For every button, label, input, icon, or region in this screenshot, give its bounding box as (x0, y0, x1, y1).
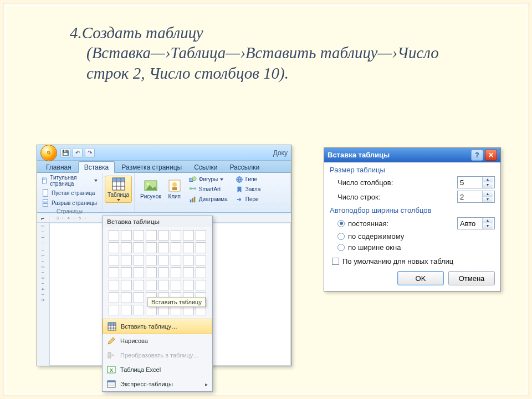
grid-cell[interactable] (121, 292, 131, 303)
menu-quick-tables[interactable]: Экспресс-таблицы ▸ (103, 377, 212, 391)
grid-cell[interactable] (171, 230, 181, 241)
radio-fixed-width[interactable]: постоянная: ▲▼ (337, 217, 495, 229)
tab-references[interactable]: Ссылки (188, 162, 223, 172)
grid-cell[interactable] (183, 242, 193, 253)
grid-cell[interactable] (183, 255, 193, 265)
grid-cell[interactable] (158, 230, 169, 241)
menu-excel-table[interactable]: X Таблица Excel (103, 362, 212, 377)
tab-mailings[interactable]: Рассылки (224, 162, 265, 172)
svg-rect-11 (112, 178, 125, 181)
menu-insert-table[interactable]: Вставить таблицу… (103, 319, 212, 334)
menu-draw-table[interactable]: Нарисова (103, 334, 212, 348)
grid-cell[interactable] (196, 242, 206, 253)
grid-cell[interactable] (196, 267, 206, 278)
crossref-button[interactable]: Пере (234, 195, 262, 204)
help-button[interactable]: ? (471, 150, 483, 161)
spin-down-icon[interactable]: ▼ (483, 182, 493, 188)
chart-button[interactable]: Диаграмма (188, 195, 229, 204)
save-icon[interactable]: 💾 (60, 148, 70, 158)
grid-cell[interactable] (121, 305, 131, 315)
grid-cell[interactable] (121, 230, 131, 241)
svg-rect-4 (43, 204, 48, 206)
rows-spinner[interactable]: ▲▼ (457, 191, 495, 203)
picture-button[interactable]: Рисунок (138, 178, 163, 201)
columns-spinner[interactable]: ▲▼ (457, 176, 495, 188)
grid-cell[interactable] (121, 267, 131, 278)
chevron-right-icon: ▸ (205, 381, 208, 387)
grid-cell[interactable] (196, 230, 206, 241)
grid-cell[interactable] (158, 280, 169, 290)
grid-cell[interactable] (183, 230, 193, 241)
fixed-width-spinner[interactable]: ▲▼ (457, 217, 495, 229)
grid-cell[interactable] (183, 267, 193, 278)
grid-cell[interactable] (158, 242, 169, 253)
grid-cell[interactable] (158, 267, 169, 278)
table-button[interactable]: Таблица (105, 176, 132, 203)
grid-cell[interactable] (109, 230, 119, 241)
convert-icon (107, 351, 116, 360)
grid-cell[interactable] (109, 292, 119, 303)
grid-cell[interactable] (109, 267, 119, 278)
grid-cell[interactable] (109, 305, 119, 315)
close-button[interactable]: ✕ (485, 150, 497, 161)
grid-cell[interactable] (171, 242, 181, 253)
grid-cell[interactable] (171, 255, 181, 265)
tab-home[interactable]: Главная (40, 162, 77, 172)
grid-cell[interactable] (121, 280, 131, 290)
cancel-button[interactable]: Отмена (448, 271, 495, 285)
grid-cell[interactable] (134, 292, 144, 303)
page-break-button[interactable]: Разрыв страницы (40, 198, 98, 207)
rows-input[interactable] (458, 193, 482, 201)
fixed-width-input[interactable] (458, 219, 482, 228)
columns-input[interactable] (458, 178, 482, 187)
grid-cell[interactable] (134, 267, 144, 278)
grid-cell[interactable] (109, 280, 119, 290)
spin-down-icon[interactable]: ▼ (483, 223, 493, 229)
spin-up-icon[interactable]: ▲ (483, 218, 493, 223)
remember-checkbox[interactable]: По умолчанию для новых таблиц (332, 257, 495, 265)
grid-cell[interactable] (134, 305, 144, 315)
grid-cell[interactable] (146, 230, 156, 241)
columns-label: Число столбцов: (337, 178, 457, 187)
bookmark-button[interactable]: Закла (234, 185, 262, 194)
grid-cell[interactable] (171, 267, 181, 278)
grid-cell[interactable] (134, 242, 144, 253)
grid-cell[interactable] (146, 280, 156, 290)
grid-cell[interactable] (134, 255, 144, 265)
grid-cell[interactable] (196, 255, 206, 265)
grid-cell[interactable] (146, 267, 156, 278)
dialog-title: Вставка таблицы (328, 151, 469, 159)
grid-cell[interactable] (158, 255, 169, 265)
tab-page-layout[interactable]: Разметка страницы (116, 162, 187, 172)
redo-icon[interactable]: ↷ (85, 148, 95, 158)
ruler-corner: ⌐ (37, 214, 49, 223)
grid-cell[interactable] (134, 230, 144, 241)
grid-cell[interactable] (121, 255, 131, 265)
blank-page-button[interactable]: Пустая страница (40, 188, 96, 197)
grid-cell[interactable] (109, 242, 119, 253)
tab-insert[interactable]: Вставка (78, 161, 115, 173)
clipart-button[interactable]: Клип (166, 178, 183, 201)
cover-page-button[interactable]: Титульная страница (40, 174, 99, 187)
grid-cell[interactable] (121, 242, 131, 253)
ok-button[interactable]: OK (397, 271, 444, 285)
grid-cell[interactable] (109, 255, 119, 265)
svg-point-13 (147, 183, 149, 185)
spin-down-icon[interactable]: ▼ (483, 197, 493, 202)
spin-up-icon[interactable]: ▲ (483, 177, 493, 182)
shapes-button[interactable]: Фигуры (188, 175, 229, 184)
spin-up-icon[interactable]: ▲ (483, 191, 493, 197)
smartart-button[interactable]: SmartArt (188, 185, 229, 194)
grid-cell[interactable] (146, 242, 156, 253)
hyperlink-button[interactable]: Гипе (234, 175, 262, 184)
grid-cell[interactable] (183, 280, 193, 290)
radio-autofit-contents[interactable]: по содержимому (337, 232, 495, 241)
grid-cell[interactable] (134, 280, 144, 290)
radio-autofit-window[interactable]: по ширине окна (337, 243, 495, 252)
grid-cell[interactable] (196, 280, 206, 290)
bookmark-icon (236, 186, 243, 193)
office-button[interactable]: ⧉ (40, 145, 57, 161)
grid-cell[interactable] (171, 280, 181, 290)
grid-cell[interactable] (146, 255, 156, 265)
undo-icon[interactable]: ↶ (73, 148, 83, 158)
